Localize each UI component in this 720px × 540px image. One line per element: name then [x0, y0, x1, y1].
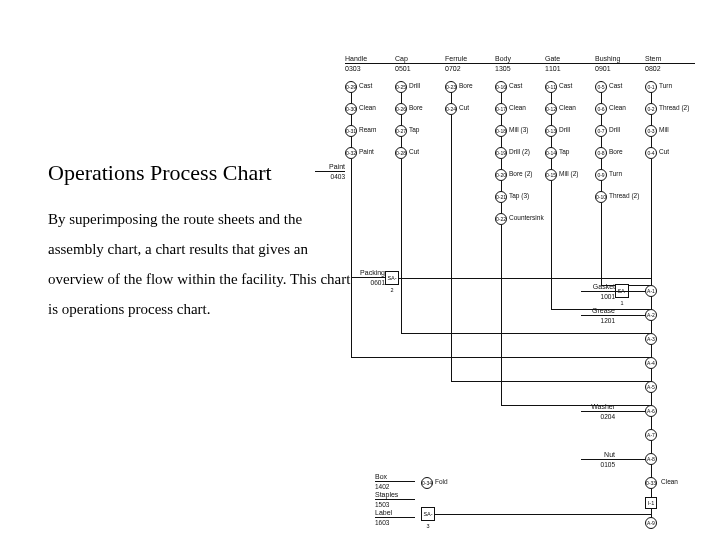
page-title: Operations Process Chart: [48, 160, 358, 186]
op-label: Clean: [359, 104, 376, 111]
op-circle: 0-11: [545, 81, 557, 93]
merge-vline: [401, 159, 402, 333]
op-label: Tap: [409, 126, 419, 133]
op-circle: 0-6: [595, 103, 607, 115]
operation: 0-10Thread (2): [595, 191, 645, 203]
shipping-hline: [435, 514, 651, 515]
operation: 0-5Cast: [595, 81, 645, 93]
op-label: Turn: [609, 170, 622, 177]
feed-annotation: Gasket1001: [581, 283, 615, 300]
merge-vline: [551, 181, 552, 309]
operation: 0-3Mill: [645, 125, 695, 137]
shipping-item: Box1402: [375, 473, 415, 490]
assembly-node: A-2: [645, 309, 657, 321]
operation: 0-7Drill: [595, 125, 645, 137]
op-circle: 0-9: [595, 169, 607, 181]
merge-vline: [451, 115, 452, 381]
operation: 0-30Clean: [345, 103, 395, 115]
op-circle: 0-29: [345, 81, 357, 93]
feed-annotation: Washer0204: [581, 403, 615, 420]
op-label: Cast: [559, 82, 572, 89]
operation: 0-11Cast: [545, 81, 595, 93]
op-label: Drill: [559, 126, 570, 133]
operation: 0-12Clean: [545, 103, 595, 115]
op-circle: 0-3: [645, 125, 657, 137]
op-label: Clean: [609, 104, 626, 111]
op-label: Thread (2): [659, 104, 689, 111]
op-label: Mill: [659, 126, 669, 133]
op-label: Bore (2): [509, 170, 532, 177]
operation: 0-27Tap: [395, 125, 445, 137]
op-circle: 0-2: [645, 103, 657, 115]
shipping-item: Label1603: [375, 509, 415, 526]
op-label: Cast: [359, 82, 372, 89]
column-header: Stem0802: [645, 55, 695, 72]
op-circle: 0-25: [395, 81, 407, 93]
op-circle: 0-5: [595, 81, 607, 93]
operation: 0-25Drill: [395, 81, 445, 93]
inspect-node: I-1: [645, 497, 657, 509]
column-header: Bushing0901: [595, 55, 645, 72]
feed-hline: [615, 315, 645, 316]
feed-hline: [615, 291, 645, 292]
column-header: Ferrule0702: [445, 55, 495, 72]
operation: 0-16Cast: [495, 81, 545, 93]
operation: 0-31Ream: [345, 125, 395, 137]
merge-hline: [401, 333, 651, 334]
op-label: Tap: [559, 148, 569, 155]
op-circle: 0-7: [595, 125, 607, 137]
assembly-node: A-5: [645, 381, 657, 393]
operation: 0-14Tap: [545, 147, 595, 159]
op-label: Cast: [509, 82, 522, 89]
op-circle: 0-23: [445, 81, 457, 93]
op-circle: 0-4: [645, 147, 657, 159]
feed-hline: [615, 459, 645, 460]
op-circle: 0-24: [445, 103, 457, 115]
merge-vline: [351, 159, 352, 357]
assembly-node: 0-33: [645, 477, 657, 489]
operation: 0-15Mill (2): [545, 169, 595, 181]
op-label: Ream: [359, 126, 376, 133]
operation: 0-13Drill: [545, 125, 595, 137]
shipping-sa: SA-3: [421, 507, 435, 521]
column-header: Handle0303: [345, 55, 395, 72]
op-label: Tap (3): [509, 192, 529, 199]
op-label: Bore: [609, 148, 623, 155]
op-circle: 0-14: [545, 147, 557, 159]
operation: 0-2Thread (2): [645, 103, 695, 115]
op-label: Thread (2): [609, 192, 639, 199]
op-circle: 0-17: [495, 103, 507, 115]
op-label: Drill: [409, 82, 420, 89]
fold-op: 0-34: [421, 477, 433, 489]
assembly-label: Clean: [661, 478, 678, 485]
operation: 0-23Bore: [445, 81, 495, 93]
assembly-node: A-8: [645, 453, 657, 465]
op-label: Bore: [459, 82, 473, 89]
op-circle: 0-27: [395, 125, 407, 137]
operation: 0-22Countersink: [495, 213, 545, 225]
assembly-node: A-7: [645, 429, 657, 441]
operation: 0-28Cut: [395, 147, 445, 159]
feed-hline: [615, 411, 645, 412]
op-circle: 0-1: [645, 81, 657, 93]
op-circle: 0-12: [545, 103, 557, 115]
merge-vline: [501, 225, 502, 405]
text-column: Operations Process Chart By superimposin…: [48, 160, 358, 324]
operation: 0-19Drill (2): [495, 147, 545, 159]
operations-process-chart-diagram: Handle03030-29Cast0-30Clean0-31Ream0-32P…: [345, 55, 705, 525]
operation: 0-6Clean: [595, 103, 645, 115]
operation: 0-32Paint: [345, 147, 395, 159]
operation: 0-8Bore: [595, 147, 645, 159]
op-label: Clean: [559, 104, 576, 111]
assembly-node: A-3: [645, 333, 657, 345]
operation: 0-18Mill (3): [495, 125, 545, 137]
feed-annotation: Nut0105: [581, 451, 615, 468]
packing-annotation: Packing0601: [351, 269, 385, 286]
op-label: Drill (2): [509, 148, 530, 155]
op-circle: 0-16: [495, 81, 507, 93]
operation: 0-20Bore (2): [495, 169, 545, 181]
operation: 0-21Tap (3): [495, 191, 545, 203]
op-circle: 0-8: [595, 147, 607, 159]
op-circle: 0-13: [545, 125, 557, 137]
op-label: Cut: [409, 148, 419, 155]
